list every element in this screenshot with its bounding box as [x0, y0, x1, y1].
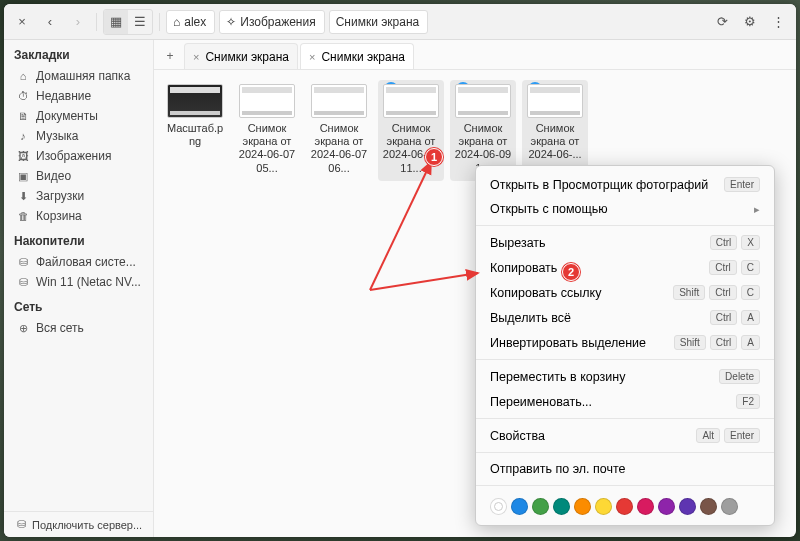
file-name: Снимок экрана от 2024-06-07 06...	[308, 122, 370, 175]
sidebar-section: Закладки	[4, 40, 153, 66]
file-thumbnail	[311, 84, 367, 118]
list-view-button[interactable]: ☰	[128, 10, 152, 34]
sidebar-label: Изображения	[36, 149, 111, 163]
sidebar-label: Документы	[36, 109, 98, 123]
sidebar-icon: ⛁	[16, 276, 30, 289]
menu-button[interactable]: ⋮	[766, 10, 790, 34]
drive-icon: ⛁	[14, 518, 28, 531]
sidebar-item[interactable]: ⬇Загрузки	[4, 186, 153, 206]
file-thumbnail	[527, 84, 583, 118]
sidebar: Закладки⌂Домашняя папка⏱Недавние🗎Докумен…	[4, 40, 154, 537]
sidebar-item[interactable]: ⊕Вся сеть	[4, 318, 153, 338]
color-tag[interactable]	[616, 498, 633, 515]
sidebar-label: Домашняя папка	[36, 69, 130, 83]
sidebar-icon: ⛁	[16, 256, 30, 269]
ctx-properties[interactable]: Свойства AltEnter	[476, 423, 774, 448]
connect-server-label: Подключить сервер...	[32, 519, 142, 531]
sidebar-icon: 🗑	[16, 210, 30, 222]
context-menu: Открыть в Просмотрщик фотографий Enter О…	[475, 165, 775, 526]
color-tag[interactable]	[721, 498, 738, 515]
forward-button[interactable]: ›	[66, 10, 90, 34]
ctx-invert-selection[interactable]: Инвертировать выделение ShiftCtrlA	[476, 330, 774, 355]
sidebar-item[interactable]: ▣Видео	[4, 166, 153, 186]
ctx-trash[interactable]: Переместить в корзину Delete	[476, 364, 774, 389]
ctx-copy[interactable]: Копировать CtrlC	[476, 255, 774, 280]
file-item[interactable]: Масштаб.png	[162, 80, 228, 181]
sidebar-label: Файловая систе...	[36, 255, 136, 269]
sidebar-item[interactable]: ⌂Домашняя папка	[4, 66, 153, 86]
sidebar-icon: ⏱	[16, 90, 30, 102]
toolbar: × ‹ › ▦ ☰ ⌂alex✧ИзображенияСнимки экрана…	[4, 4, 796, 40]
file-thumbnail	[455, 84, 511, 118]
color-tag[interactable]	[700, 498, 717, 515]
color-tag[interactable]	[574, 498, 591, 515]
chevron-right-icon: ▸	[754, 203, 760, 216]
sidebar-label: Музыка	[36, 129, 78, 143]
close-icon[interactable]: ×	[309, 51, 315, 63]
ctx-send-email[interactable]: Отправить по эл. почте	[476, 457, 774, 481]
sidebar-item[interactable]: ⛁Файловая систе...	[4, 252, 153, 272]
sidebar-item[interactable]: ♪Музыка	[4, 126, 153, 146]
sidebar-icon: ⬇	[16, 190, 30, 203]
color-tag[interactable]	[658, 498, 675, 515]
sidebar-item[interactable]: 🗎Документы	[4, 106, 153, 126]
breadcrumb-1[interactable]: ✧Изображения	[219, 10, 324, 34]
tab-bar: + ×Снимки экрана×Снимки экрана	[154, 40, 796, 70]
sidebar-item[interactable]: 🖼Изображения	[4, 146, 153, 166]
sidebar-label: Недавние	[36, 89, 91, 103]
ctx-rename[interactable]: Переименовать... F2	[476, 389, 774, 414]
breadcrumb-0[interactable]: ⌂alex	[166, 10, 215, 34]
close-window-button[interactable]: ×	[10, 10, 34, 34]
file-item[interactable]: Снимок экрана от 2024-06-07 06...	[306, 80, 372, 181]
connect-server-button[interactable]: ⛁ Подключить сервер...	[4, 511, 153, 537]
ctx-copy-link[interactable]: Копировать ссылку ShiftCtrlC	[476, 280, 774, 305]
ctx-select-all[interactable]: Выделить всё CtrlA	[476, 305, 774, 330]
tab-0[interactable]: ×Снимки экрана	[184, 43, 298, 69]
sidebar-icon: ⌂	[16, 70, 30, 82]
breadcrumb-2[interactable]: Снимки экрана	[329, 10, 429, 34]
tag-none[interactable]	[490, 498, 507, 515]
file-name: Масштаб.png	[164, 122, 226, 148]
refresh-button[interactable]: ⟳	[710, 10, 734, 34]
sidebar-label: Вся сеть	[36, 321, 84, 335]
file-item[interactable]: Снимок экрана от 2024-06-07 05...	[234, 80, 300, 181]
color-tag[interactable]	[511, 498, 528, 515]
color-tag[interactable]	[532, 498, 549, 515]
color-tag[interactable]	[553, 498, 570, 515]
sidebar-icon: ♪	[16, 130, 30, 142]
tab-1[interactable]: ×Снимки экрана	[300, 43, 414, 69]
sidebar-label: Видео	[36, 169, 71, 183]
sidebar-section: Сеть	[4, 292, 153, 318]
folder-icon: ✧	[226, 15, 236, 29]
sidebar-icon: ⊕	[16, 322, 30, 335]
sidebar-section: Накопители	[4, 226, 153, 252]
file-thumbnail	[167, 84, 223, 118]
gear-icon[interactable]: ⚙	[738, 10, 762, 34]
sidebar-item[interactable]: ⏱Недавние	[4, 86, 153, 106]
close-icon[interactable]: ×	[193, 51, 199, 63]
color-tag[interactable]	[595, 498, 612, 515]
back-button[interactable]: ‹	[38, 10, 62, 34]
view-mode-group: ▦ ☰	[103, 9, 153, 35]
color-tag[interactable]	[637, 498, 654, 515]
sidebar-label: Корзина	[36, 209, 82, 223]
folder-icon: ⌂	[173, 15, 180, 29]
ctx-open-with[interactable]: Открыть с помощью ▸	[476, 197, 774, 221]
sidebar-icon: 🗎	[16, 110, 30, 122]
ctx-cut[interactable]: Вырезать CtrlX	[476, 230, 774, 255]
sidebar-item[interactable]: 🗑Корзина	[4, 206, 153, 226]
icon-view-button[interactable]: ▦	[104, 10, 128, 34]
ctx-open-default[interactable]: Открыть в Просмотрщик фотографий Enter	[476, 172, 774, 197]
file-thumbnail	[239, 84, 295, 118]
sidebar-icon: ▣	[16, 170, 30, 183]
sidebar-label: Win 11 (Netac NV...	[36, 275, 141, 289]
color-tag[interactable]	[679, 498, 696, 515]
file-name: Снимок экрана от 2024-06-07 05...	[236, 122, 298, 175]
file-name: Снимок экрана от 2024-06-...	[524, 122, 586, 162]
sidebar-item[interactable]: ⛁Win 11 (Netac NV...	[4, 272, 153, 292]
new-tab-button[interactable]: +	[158, 43, 182, 69]
file-thumbnail	[383, 84, 439, 118]
file-item[interactable]: ✓Снимок экрана от 2024-06-09 11...	[378, 80, 444, 181]
sidebar-label: Загрузки	[36, 189, 84, 203]
tab-label: Снимки экрана	[321, 50, 405, 64]
